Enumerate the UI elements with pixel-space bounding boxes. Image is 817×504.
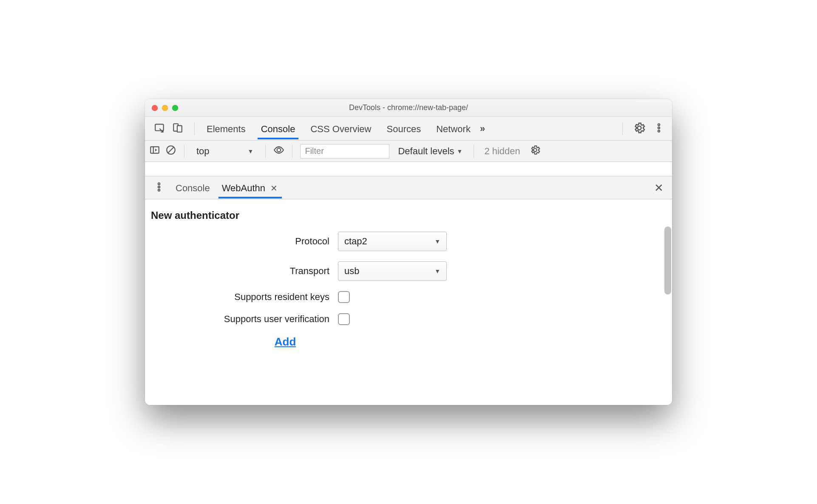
- protocol-value: ctap2: [344, 236, 367, 247]
- divider: [194, 122, 195, 135]
- panel-heading: New authenticator: [151, 210, 666, 221]
- protocol-select[interactable]: ctap2 ▼: [338, 232, 447, 251]
- tab-network[interactable]: Network: [430, 119, 477, 139]
- execution-context-select[interactable]: top ▼: [192, 144, 258, 159]
- transport-label: Transport: [151, 266, 329, 277]
- user-verification-label: Supports user verification: [151, 314, 329, 325]
- divider: [292, 145, 292, 158]
- dropdown-caret-icon: ▼: [434, 268, 440, 275]
- add-authenticator-button[interactable]: Add: [151, 335, 666, 348]
- svg-point-13: [158, 189, 160, 191]
- divider: [474, 145, 474, 158]
- toggle-sidebar-icon[interactable]: [149, 144, 160, 158]
- tab-console[interactable]: Console: [255, 119, 301, 139]
- device-toolbar-icon[interactable]: [172, 122, 183, 135]
- scrollbar-thumb[interactable]: [664, 227, 671, 294]
- filter-input[interactable]: [300, 144, 389, 159]
- protocol-label: Protocol: [151, 236, 329, 247]
- zoom-window-button[interactable]: [172, 105, 178, 111]
- log-levels-select[interactable]: Default levels ▼: [394, 146, 466, 157]
- drawer-more-icon[interactable]: [149, 181, 169, 194]
- resident-keys-label: Supports resident keys: [151, 292, 329, 303]
- titlebar: DevTools - chrome://new-tab-page/: [145, 99, 672, 117]
- webauthn-panel: New authenticator Protocol ctap2 ▼ Trans…: [145, 199, 672, 405]
- main-tabstrip: Elements Console CSS Overview Sources Ne…: [145, 117, 672, 141]
- devtools-window: DevTools - chrome://new-tab-page/ Elemen…: [145, 99, 672, 405]
- svg-marker-8: [155, 149, 157, 152]
- tab-css-overview[interactable]: CSS Overview: [304, 119, 377, 139]
- console-toolbar: top ▼ Default levels ▼ 2 hidden: [145, 141, 672, 162]
- resident-keys-checkbox[interactable]: [338, 291, 350, 303]
- user-verification-checkbox[interactable]: [338, 313, 350, 325]
- close-drawer-icon[interactable]: ✕: [653, 181, 668, 194]
- console-output: [145, 162, 672, 176]
- dropdown-caret-icon: ▼: [457, 148, 463, 155]
- window-title: DevTools - chrome://new-tab-page/: [145, 103, 672, 112]
- svg-rect-0: [155, 124, 164, 130]
- svg-point-3: [658, 124, 660, 125]
- levels-label: Default levels: [398, 146, 454, 157]
- hidden-messages-count[interactable]: 2 hidden: [482, 146, 522, 157]
- context-label: top: [196, 146, 210, 157]
- svg-line-10: [168, 147, 174, 153]
- transport-select[interactable]: usb ▼: [338, 261, 447, 281]
- drawer-tab-label: WebAuthn: [222, 183, 265, 194]
- dropdown-caret-icon: ▼: [434, 238, 440, 245]
- dropdown-caret-icon: ▼: [248, 148, 254, 155]
- divider: [622, 122, 623, 135]
- divider: [184, 145, 184, 158]
- transport-value: usb: [344, 266, 359, 277]
- drawer-tabstrip: Console WebAuthn ✕ ✕: [145, 176, 672, 199]
- clear-console-icon[interactable]: [165, 144, 176, 158]
- drawer-tab-console[interactable]: Console: [170, 178, 215, 198]
- divider: [265, 145, 266, 158]
- svg-point-12: [158, 186, 160, 187]
- svg-rect-6: [150, 147, 159, 153]
- live-expression-eye-icon[interactable]: [273, 144, 284, 158]
- console-settings-gear-icon[interactable]: [528, 144, 542, 158]
- tab-elements[interactable]: Elements: [201, 119, 252, 139]
- svg-point-4: [658, 127, 660, 128]
- settings-gear-icon[interactable]: [633, 122, 646, 136]
- minimize-window-button[interactable]: [162, 105, 168, 111]
- close-window-button[interactable]: [152, 105, 158, 111]
- svg-rect-2: [177, 125, 182, 132]
- more-tabs-icon[interactable]: »: [480, 123, 485, 134]
- svg-point-11: [158, 183, 160, 184]
- close-tab-icon[interactable]: ✕: [269, 183, 278, 193]
- more-menu-icon[interactable]: [653, 122, 664, 135]
- window-controls: [145, 105, 178, 111]
- tab-sources[interactable]: Sources: [380, 119, 427, 139]
- drawer-tab-webauthn[interactable]: WebAuthn ✕: [217, 178, 284, 198]
- drawer-tab-label: Console: [176, 183, 210, 194]
- inspect-element-icon[interactable]: [154, 122, 165, 135]
- svg-point-5: [658, 130, 660, 132]
